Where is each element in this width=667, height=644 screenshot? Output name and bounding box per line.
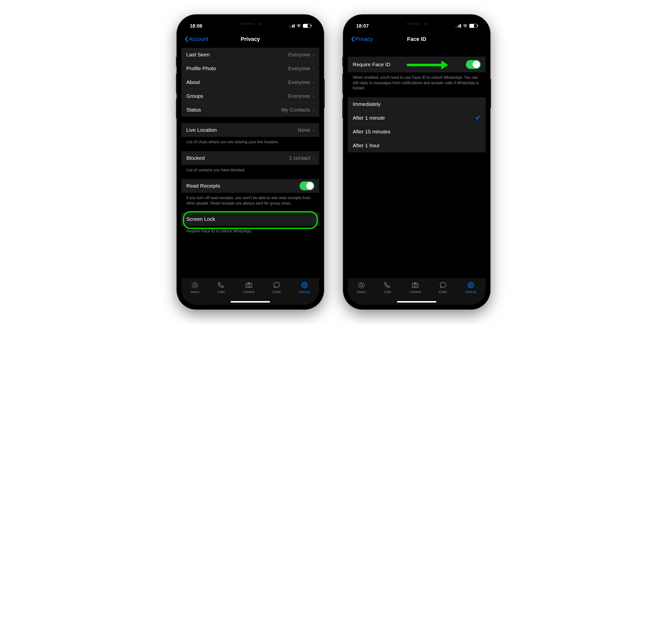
row-timeout-15min[interactable]: After 15 minutes [348, 125, 486, 139]
tab-chats[interactable]: Chats [439, 281, 447, 294]
tab-status[interactable]: Status [357, 281, 366, 294]
row-label: After 1 minute [353, 115, 385, 121]
row-label: After 15 minutes [353, 129, 390, 135]
row-value: 1 contact [289, 155, 310, 161]
wifi-icon [297, 24, 301, 28]
tab-label: Calls [218, 290, 225, 294]
row-label: Profile Photo [186, 65, 216, 71]
svg-point-19 [470, 284, 472, 286]
chevron-right-icon: › [313, 155, 314, 161]
volume-down-button [342, 98, 344, 118]
row-label: Blocked [186, 155, 205, 161]
chevron-right-icon: › [313, 79, 314, 85]
row-value: Everyone [288, 65, 310, 71]
chevron-right-icon: › [313, 107, 314, 113]
chevron-left-icon [184, 36, 188, 42]
back-label: Account [189, 36, 209, 42]
tab-label: Calls [384, 290, 391, 294]
row-label: After 1 hour [353, 143, 380, 148]
annotation-arrow [407, 61, 448, 69]
tab-chats[interactable]: Chats [273, 281, 281, 294]
svg-point-15 [360, 284, 363, 287]
row-label: Groups [186, 93, 203, 99]
row-value: My Contacts [281, 107, 310, 113]
row-status[interactable]: Status My Contacts › [181, 103, 319, 117]
back-button[interactable]: Account [184, 36, 209, 42]
row-label: About [186, 79, 200, 85]
notch [221, 19, 280, 29]
svg-point-3 [248, 284, 250, 287]
nav-header: Account Privacy [181, 32, 319, 46]
notch [387, 19, 446, 29]
chevron-right-icon: › [313, 93, 314, 99]
tab-label: Settings [465, 290, 477, 294]
status-time: 18:06 [190, 23, 202, 29]
tab-camera[interactable]: Camera [243, 281, 255, 294]
tab-label: Status [190, 290, 199, 294]
svg-point-5 [304, 284, 306, 286]
row-timeout-1min[interactable]: After 1 minute ✓ [348, 111, 486, 125]
svg-line-24 [468, 283, 469, 283]
back-label: Privacy [355, 36, 373, 42]
tab-bar: Status Calls Camera Chats Settings [181, 278, 319, 305]
chat-icon [273, 281, 281, 289]
footer-require-face-id: When enabled, you'll need to use Face ID… [348, 73, 486, 91]
chevron-right-icon: › [313, 127, 314, 133]
svg-point-1 [193, 284, 196, 287]
row-groups[interactable]: Groups Everyone › [181, 89, 319, 103]
camera-icon [245, 281, 253, 289]
phone-icon [217, 281, 225, 289]
tab-label: Chats [439, 290, 447, 294]
tab-label: Settings [299, 290, 310, 294]
row-about[interactable]: About Everyone › [181, 75, 319, 89]
chevron-left-icon [351, 36, 355, 42]
battery-icon [469, 24, 477, 28]
tab-status[interactable]: Status [190, 281, 199, 294]
chevron-right-icon: › [313, 65, 314, 71]
row-screen-lock[interactable]: Screen Lock › [181, 212, 319, 226]
chevron-right-icon: › [313, 216, 314, 222]
svg-line-25 [473, 287, 473, 288]
nav-header: Privacy Face ID [348, 32, 486, 46]
row-live-location[interactable]: Live Location None › [181, 123, 319, 137]
home-indicator[interactable] [231, 301, 270, 303]
row-read-receipts[interactable]: Read Receipts [181, 179, 319, 193]
row-value: Everyone [288, 93, 310, 99]
row-label: Read Receipts [186, 183, 220, 189]
tab-camera[interactable]: Camera [409, 281, 421, 294]
row-label: Live Location [186, 127, 217, 133]
svg-line-11 [306, 287, 307, 288]
footer-read-receipts: If you turn off read receipts, you won't… [181, 193, 319, 206]
row-label: Screen Lock [186, 216, 215, 222]
tab-calls[interactable]: Calls [217, 281, 225, 294]
cellular-icon [289, 24, 295, 28]
toggle-require-face-id[interactable] [466, 60, 481, 69]
toggle-read-receipts[interactable] [299, 181, 314, 190]
row-profile-photo[interactable]: Profile Photo Everyone › [181, 62, 319, 75]
volume-up-button [176, 74, 177, 94]
tab-label: Camera [243, 290, 255, 294]
tab-bar: Status Calls Camera Chats Settings [348, 278, 486, 305]
home-indicator[interactable] [397, 301, 436, 303]
tab-settings[interactable]: Settings [299, 281, 310, 294]
footer-blocked: List of contacts you have blocked. [181, 165, 319, 173]
svg-line-26 [468, 287, 469, 288]
row-last-seen[interactable]: Last Seen Everyone › [181, 48, 319, 62]
volume-down-button [176, 98, 177, 118]
row-timeout-immediately[interactable]: Immediately [348, 97, 486, 111]
tab-settings[interactable]: Settings [465, 281, 477, 294]
tab-calls[interactable]: Calls [384, 281, 392, 294]
row-blocked[interactable]: Blocked 1 contact › [181, 151, 319, 165]
row-value: Everyone [288, 79, 310, 85]
phone-left: 18:06 Account Privacy Last Seen Everyone… [177, 15, 324, 309]
power-button [323, 79, 325, 108]
status-time: 18:07 [356, 23, 369, 29]
volume-up-button [342, 74, 344, 94]
row-label: Require Face ID [353, 62, 390, 67]
back-button[interactable]: Privacy [351, 36, 373, 42]
row-label: Immediately [353, 101, 380, 107]
tab-label: Chats [273, 290, 281, 294]
gear-icon [467, 281, 475, 289]
row-timeout-1hour[interactable]: After 1 hour [348, 139, 486, 152]
status-icon [191, 281, 199, 289]
